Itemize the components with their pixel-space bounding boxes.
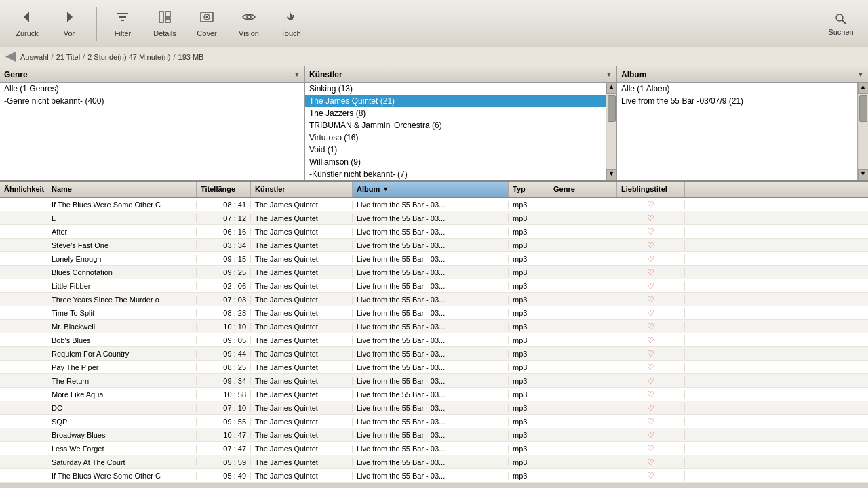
breadcrumb-titles[interactable]: 21 Titel bbox=[56, 53, 80, 61]
album-scroll-up[interactable]: ▲ bbox=[858, 83, 869, 94]
scroll-down-btn[interactable]: ▼ bbox=[606, 169, 617, 180]
table-row[interactable]: Mr. Blackwell10 : 10The James QuintetLiv… bbox=[0, 320, 868, 333]
vision-button[interactable]: Vision bbox=[229, 3, 269, 44]
heart-icon[interactable]: ♡ bbox=[647, 308, 654, 318]
table-row[interactable]: Lonely Enough09 : 15The James QuintetLiv… bbox=[0, 252, 868, 266]
col-header-name[interactable]: Name bbox=[47, 182, 197, 197]
cell-fav[interactable]: ♡ bbox=[617, 403, 685, 413]
heart-icon[interactable]: ♡ bbox=[647, 363, 654, 372]
cell-fav[interactable]: ♡ bbox=[617, 268, 685, 277]
details-button[interactable]: Details bbox=[144, 3, 185, 44]
artist-item-4[interactable]: Virtu-oso (16) bbox=[305, 131, 606, 144]
cell-fav[interactable]: ♡ bbox=[617, 200, 685, 209]
cell-fav[interactable]: ♡ bbox=[617, 281, 685, 291]
album-item-0[interactable]: Alle (1 Alben) bbox=[617, 83, 857, 95]
genre-dropdown-arrow[interactable]: ▼ bbox=[294, 70, 300, 78]
artist-dropdown-arrow[interactable]: ▼ bbox=[606, 70, 612, 78]
artist-item-2[interactable]: The Jazzers (8) bbox=[305, 107, 606, 119]
col-header-genre[interactable]: Genre bbox=[549, 182, 617, 197]
cell-fav[interactable]: ♡ bbox=[617, 295, 685, 304]
table-row[interactable]: Steve's Fast One03 : 34The James Quintet… bbox=[0, 239, 868, 252]
table-row[interactable]: Little Fibber02 : 06The James QuintetLiv… bbox=[0, 279, 868, 293]
table-row[interactable]: If The Blues Were Some Other C08 : 41The… bbox=[0, 198, 868, 211]
artist-item-0[interactable]: Sinking (13) bbox=[305, 83, 606, 95]
table-row[interactable]: Blues Connotation09 : 25The James Quinte… bbox=[0, 266, 868, 279]
table-row[interactable]: Three Years Since The Murder o07 : 03The… bbox=[0, 293, 868, 306]
heart-icon[interactable]: ♡ bbox=[647, 417, 654, 426]
heart-icon[interactable]: ♡ bbox=[647, 200, 654, 209]
table-row[interactable]: SQP09 : 55The James QuintetLive from the… bbox=[0, 415, 868, 428]
table-row[interactable]: Time To Split08 : 28The James QuintetLiv… bbox=[0, 306, 868, 320]
table-row[interactable]: Less We Forget07 : 47The James QuintetLi… bbox=[0, 442, 868, 455]
album-scrollbar[interactable]: ▲ ▼ bbox=[857, 83, 868, 180]
table-row[interactable]: After06 : 16The James QuintetLive from t… bbox=[0, 225, 868, 239]
cell-fav[interactable]: ♡ bbox=[617, 471, 685, 481]
breadcrumb-back-arrow[interactable] bbox=[5, 52, 16, 62]
cell-fav[interactable]: ♡ bbox=[617, 254, 685, 264]
cell-fav[interactable]: ♡ bbox=[617, 241, 685, 250]
table-row[interactable]: More Like Aqua10 : 58The James QuintetLi… bbox=[0, 388, 868, 401]
cell-fav[interactable]: ♡ bbox=[617, 376, 685, 386]
col-header-album[interactable]: Album▼ bbox=[353, 182, 509, 197]
cell-fav[interactable]: ♡ bbox=[617, 430, 685, 440]
col-header-dur[interactable]: Titellänge bbox=[197, 182, 251, 197]
artist-scrollbar[interactable]: ▲ ▼ bbox=[606, 83, 616, 180]
col-header-sim[interactable]: Ähnlichkeit bbox=[0, 182, 47, 197]
table-row[interactable]: L07 : 12The James QuintetLive from the 5… bbox=[0, 211, 868, 225]
cell-fav[interactable]: ♡ bbox=[617, 308, 685, 318]
heart-icon[interactable]: ♡ bbox=[647, 349, 654, 359]
heart-icon[interactable]: ♡ bbox=[647, 241, 654, 250]
heart-icon[interactable]: ♡ bbox=[647, 268, 654, 277]
touch-button[interactable]: Touch bbox=[271, 3, 311, 44]
cell-fav[interactable]: ♡ bbox=[617, 227, 685, 237]
table-row[interactable]: Saturday At The Court05 : 59The James Qu… bbox=[0, 455, 868, 469]
table-row[interactable]: Bob's Blues09 : 05The James QuintetLive … bbox=[0, 333, 868, 347]
cell-fav[interactable]: ♡ bbox=[617, 349, 685, 359]
artist-item-1[interactable]: The James Quintet (21) bbox=[305, 95, 606, 107]
col-header-fav[interactable]: Lieblingstitel bbox=[617, 182, 685, 197]
cell-fav[interactable]: ♡ bbox=[617, 444, 685, 453]
heart-icon[interactable]: ♡ bbox=[647, 471, 654, 481]
table-row[interactable]: Broadway Blues10 : 47The James QuintetLi… bbox=[0, 428, 868, 442]
table-row[interactable]: If The Blues Were Some Other C05 : 49The… bbox=[0, 469, 868, 483]
heart-icon[interactable]: ♡ bbox=[647, 295, 654, 304]
album-item-1[interactable]: Live from the 55 Bar -03/07/9 (21) bbox=[617, 95, 857, 107]
col-header-artist[interactable]: Künstler bbox=[251, 182, 353, 197]
filter-button[interactable]: Filter bbox=[102, 3, 143, 44]
artist-item-3[interactable]: TRIBUMAN & Jammin' Orchestra (6) bbox=[305, 119, 606, 131]
cell-fav[interactable]: ♡ bbox=[617, 390, 685, 399]
cell-fav[interactable]: ♡ bbox=[617, 322, 685, 331]
heart-icon[interactable]: ♡ bbox=[647, 214, 654, 223]
genre-item-1[interactable]: -Genre nicht bekannt- (400) bbox=[0, 95, 304, 107]
heart-icon[interactable]: ♡ bbox=[647, 430, 654, 440]
forward-button[interactable]: Vor bbox=[49, 3, 90, 44]
artist-item-7[interactable]: -Künstler nicht bekannt- (7) bbox=[305, 168, 606, 180]
cell-fav[interactable]: ♡ bbox=[617, 458, 685, 467]
heart-icon[interactable]: ♡ bbox=[647, 227, 654, 237]
heart-icon[interactable]: ♡ bbox=[647, 390, 654, 399]
heart-icon[interactable]: ♡ bbox=[647, 322, 654, 331]
cell-fav[interactable]: ♡ bbox=[617, 336, 685, 345]
album-dropdown-arrow[interactable]: ▼ bbox=[857, 70, 864, 78]
heart-icon[interactable]: ♡ bbox=[647, 444, 654, 453]
album-scroll-down[interactable]: ▼ bbox=[858, 169, 869, 180]
heart-icon[interactable]: ♡ bbox=[647, 336, 654, 345]
table-row[interactable]: DC07 : 10The James QuintetLive from the … bbox=[0, 401, 868, 415]
heart-icon[interactable]: ♡ bbox=[647, 376, 654, 386]
artist-item-6[interactable]: Williamson (9) bbox=[305, 156, 606, 168]
cell-fav[interactable]: ♡ bbox=[617, 417, 685, 426]
scroll-up-btn[interactable]: ▲ bbox=[606, 83, 617, 94]
heart-icon[interactable]: ♡ bbox=[647, 458, 654, 467]
heart-icon[interactable]: ♡ bbox=[647, 254, 654, 264]
heart-icon[interactable]: ♡ bbox=[647, 281, 654, 291]
table-row[interactable]: Requiem For A Country09 : 44The James Qu… bbox=[0, 347, 868, 361]
col-header-type[interactable]: Typ bbox=[509, 182, 549, 197]
back-button[interactable]: Zurück bbox=[7, 3, 47, 44]
breadcrumb-auswahl[interactable]: Auswahl bbox=[20, 53, 49, 61]
search-button[interactable]: Suchen bbox=[821, 3, 861, 44]
genre-item-0[interactable]: Alle (1 Genres) bbox=[0, 83, 304, 95]
heart-icon[interactable]: ♡ bbox=[647, 403, 654, 413]
cover-button[interactable]: Cover bbox=[186, 3, 227, 44]
table-row[interactable]: Pay The Piper08 : 25The James QuintetLiv… bbox=[0, 361, 868, 374]
cell-fav[interactable]: ♡ bbox=[617, 214, 685, 223]
